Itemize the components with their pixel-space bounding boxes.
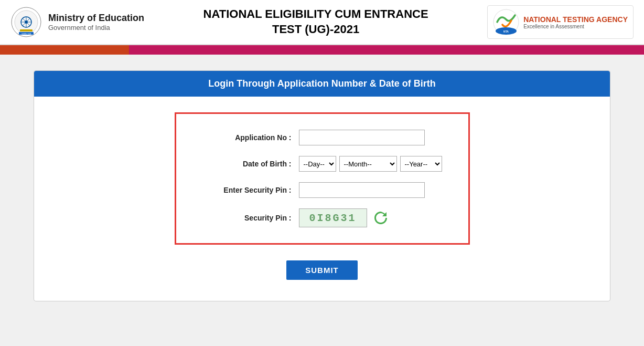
dob-month-select[interactable]: --Month-- JanuaryFebruaryMarchApril MayJ… (339, 156, 397, 172)
dob-label: Date of Birth : (202, 160, 292, 168)
captcha-display-row: 0I8G31 (299, 208, 389, 227)
nta-logo-container: NTA NATIONAL TESTING AGENCY Excellence i… (487, 5, 634, 39)
security-pin-input-row: Enter Security Pin : (202, 182, 442, 198)
dob-selects: --Day-- 12345 678910 1112131415 16171819… (299, 156, 442, 172)
svg-text:NTA: NTA (503, 30, 509, 33)
submit-button[interactable]: SUBMIT (286, 260, 358, 280)
login-card-header: Login Through Application Number & Date … (34, 71, 610, 97)
nta-agency-name: NATIONAL TESTING AGENCY (523, 15, 628, 24)
svg-rect-8 (20, 29, 33, 32)
page-header: सत्यमेव जयते Ministry of Education Gover… (0, 0, 644, 45)
security-pin-input[interactable] (299, 182, 425, 198)
application-no-row: Application No : (202, 130, 442, 145)
captcha-row: Security Pin : 0I8G31 (202, 208, 442, 227)
ministry-branding: सत्यमेव जयते Ministry of Education Gover… (10, 6, 144, 38)
login-form-container: Application No : Date of Birth : --Day--… (175, 112, 470, 245)
security-pin-label: Enter Security Pin : (202, 186, 292, 194)
nta-logo: NTA (493, 9, 519, 35)
ministry-sub: Government of India (48, 24, 144, 32)
dob-day-select[interactable]: --Day-- 12345 678910 1112131415 16171819… (299, 156, 336, 172)
ministry-name: Ministry of Education (48, 13, 144, 24)
refresh-captcha-button[interactable] (372, 209, 389, 226)
emblem-logo: सत्यमेव जयते (10, 6, 42, 38)
main-content: Login Through Application Number & Date … (0, 55, 644, 333)
nta-agency-tagline: Excellence in Assessment (523, 24, 628, 29)
decorative-bar (0, 45, 644, 55)
captcha-image: 0I8G31 (299, 208, 367, 227)
captcha-value: 0I8G31 (309, 212, 356, 224)
exam-title: NATIONAL ELIGIBILITY CUM ENTRANCE TEST (… (144, 7, 487, 37)
captcha-label: Security Pin : (202, 214, 292, 222)
svg-text:सत्यमेव जयते: सत्यमेव जयते (21, 33, 31, 35)
application-no-input[interactable] (299, 130, 425, 145)
dob-year-select[interactable]: --Year-- 1990199119921993 19941995199619… (400, 156, 442, 172)
dob-row: Date of Birth : --Day-- 12345 678910 111… (202, 156, 442, 172)
nta-branding: NTA NATIONAL TESTING AGENCY Excellence i… (487, 5, 634, 39)
login-card: Login Through Application Number & Date … (34, 70, 610, 301)
application-no-label: Application No : (202, 133, 292, 142)
ministry-text: Ministry of Education Government of Indi… (48, 13, 144, 32)
nta-agency-text: NATIONAL TESTING AGENCY Excellence in As… (523, 15, 628, 29)
exam-title-text: NATIONAL ELIGIBILITY CUM ENTRANCE TEST (… (144, 7, 487, 37)
login-card-body: Application No : Date of Birth : --Day--… (34, 97, 610, 301)
